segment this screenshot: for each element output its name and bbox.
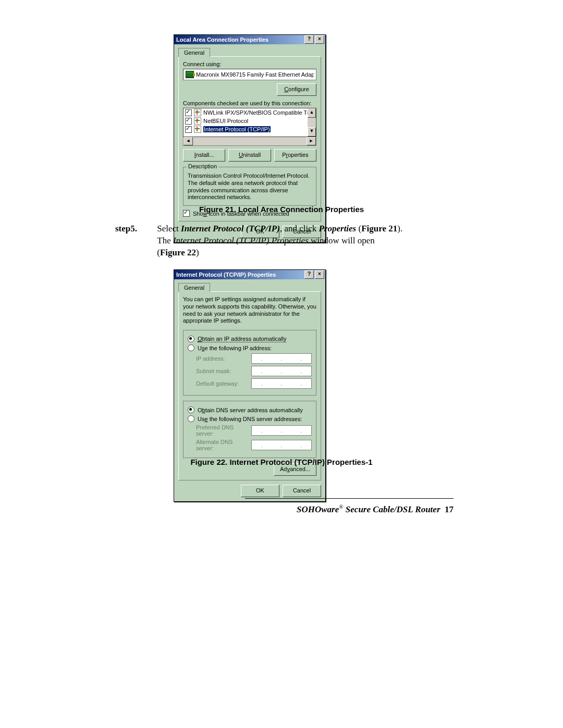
cancel-button[interactable]: Cancel xyxy=(283,485,321,497)
pref-dns-field: ... xyxy=(251,425,312,436)
scroll-down-icon[interactable]: ▼ xyxy=(308,127,316,137)
connect-using-label: Connect using: xyxy=(183,61,316,67)
description-legend: Description xyxy=(187,163,218,169)
radio-auto-dns-label: Obtain DNS server address automatically xyxy=(198,407,303,413)
ip-address-label: IP address: xyxy=(196,355,247,362)
radio-auto-dns[interactable] xyxy=(188,406,194,413)
tcpip-properties-dialog: Internet Protocol (TCP/IP) Properties ? … xyxy=(174,269,326,502)
protocol-icon xyxy=(194,126,201,133)
help-icon[interactable]: ? xyxy=(304,35,314,44)
close-icon[interactable]: × xyxy=(315,35,324,44)
pref-dns-label: Preferred DNS server: xyxy=(196,424,247,437)
components-label: Components checked are used by this conn… xyxy=(183,100,316,106)
radio-use-dns-label: Use the following DNS server addresses: xyxy=(198,416,302,422)
close-icon[interactable]: × xyxy=(315,270,324,279)
install-button[interactable]: Install... xyxy=(183,149,225,162)
dlg2-title: Internet Protocol (TCP/IP) Properties xyxy=(176,272,276,278)
gateway-label: Default gateway: xyxy=(196,380,247,387)
scroll-up-icon[interactable]: ▲ xyxy=(308,108,316,118)
scroll-right-icon[interactable]: ► xyxy=(307,137,316,145)
checkbox-icon[interactable] xyxy=(185,109,192,116)
protocol-icon xyxy=(194,109,201,116)
footer-text: Secure Cable/DSL Router xyxy=(344,504,440,514)
dlg1-titlebar[interactable]: Local Area Connection Properties ? × xyxy=(174,35,325,44)
uninstall-button[interactable]: Uninstall xyxy=(228,149,271,162)
adapter-name: Macronix MX98715 Family Fast Ethernet Ad… xyxy=(196,71,314,78)
list-item[interactable]: NetBEUI Protocol xyxy=(183,117,316,125)
list-item-selected[interactable]: Internet Protocol (TCP/IP) xyxy=(183,125,316,133)
checkbox-icon[interactable] xyxy=(185,126,192,133)
subnet-mask-field: ... xyxy=(251,366,312,376)
adapter-field[interactable]: Macronix MX98715 Family Fast Ethernet Ad… xyxy=(183,69,316,80)
step5-block: step5. Select Internet Protocol (TCP/IP)… xyxy=(115,223,454,259)
ip-address-field: ... xyxy=(251,353,312,364)
registered-icon: ® xyxy=(339,503,343,510)
radio-auto-ip[interactable] xyxy=(188,336,194,342)
nic-icon xyxy=(186,71,194,78)
step5-label: step5. xyxy=(115,223,155,235)
step5-body: Select Internet Protocol (TCP/IP), and c… xyxy=(157,223,449,259)
components-listbox[interactable]: NWLink IPX/SPX/NetBIOS Compatible Transp… xyxy=(183,108,316,137)
footer-brand: SOHOware xyxy=(297,504,339,514)
figure22-caption: Figure 22. Internet Protocol (TCP/IP) Pr… xyxy=(0,458,563,466)
configure-button[interactable]: CConfigureonfigure xyxy=(277,83,316,96)
horizontal-scrollbar[interactable]: ◄ ► xyxy=(183,137,316,146)
properties-button[interactable]: Properties xyxy=(274,149,316,162)
help-icon[interactable]: ? xyxy=(304,270,314,279)
ip-group: Obtain an IP address automatically Obtai… xyxy=(183,330,316,396)
radio-use-ip[interactable] xyxy=(188,344,194,351)
scroll-left-icon[interactable]: ◄ xyxy=(183,137,193,145)
tab-general[interactable]: General xyxy=(178,283,210,292)
description-text: Transmission Control Protocol/Internet P… xyxy=(188,172,312,201)
figure21-caption: Figure 21. Local Area Connection Propert… xyxy=(0,205,563,214)
gateway-field: ... xyxy=(251,378,312,389)
footer-divider xyxy=(245,498,454,499)
dlg1-title: Local Area Connection Properties xyxy=(176,36,268,43)
dlg2-titlebar[interactable]: Internet Protocol (TCP/IP) Properties ? … xyxy=(174,270,325,279)
page-footer: SOHOware® Secure Cable/DSL Router 17 xyxy=(0,503,454,515)
dlg2-intro: You can get IP settings assigned automat… xyxy=(183,296,316,325)
alt-dns-label: Alternate DNS server: xyxy=(196,439,247,451)
checkbox-icon[interactable] xyxy=(185,118,192,125)
description-group: Description Transmission Control Protoco… xyxy=(183,167,316,206)
radio-auto-ip-label: Obtain an IP address automatically xyxy=(198,336,286,342)
tab-general[interactable]: General xyxy=(178,48,210,57)
page-number: 17 xyxy=(445,504,454,514)
subnet-mask-label: Subnet mask: xyxy=(196,368,247,374)
protocol-icon xyxy=(194,117,201,125)
alt-dns-field: ... xyxy=(251,440,312,450)
radio-use-ip-label: Use the following IP address: xyxy=(198,345,272,351)
vertical-scrollbar[interactable]: ▲ ▼ xyxy=(308,108,316,137)
radio-use-dns[interactable] xyxy=(188,415,194,422)
list-item[interactable]: NWLink IPX/SPX/NetBIOS Compatible Transp… xyxy=(183,108,316,117)
ok-button[interactable]: OK xyxy=(241,485,279,497)
dns-group: Obtain DNS server address automatically … xyxy=(183,401,316,458)
